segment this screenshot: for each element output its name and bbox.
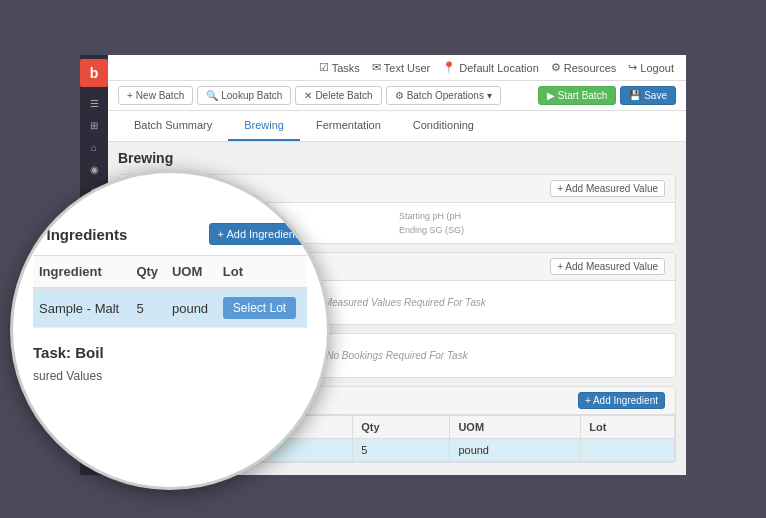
action-bar: + New Batch 🔍 Lookup Batch ✕ Delete Batc… [108, 81, 686, 111]
logout-icon: ↪ [628, 61, 637, 74]
add-measured-value-button-1[interactable]: + Add Measured Value [550, 180, 665, 197]
mag-ingredient-name: Sample - Malt [33, 288, 130, 328]
top-nav: ☑ Tasks ✉ Text User 📍 Default Location ⚙… [108, 55, 686, 81]
start-batch-button[interactable]: ▶ Start Batch [538, 86, 616, 105]
save-icon: 💾 [629, 90, 641, 101]
ingredient-uom-cell: pound [450, 439, 581, 462]
mag-col-lot: Lot [217, 256, 307, 289]
mag-ingredients-table: Ingredient Qty UOM Lot Sample - Malt 5 p… [33, 255, 307, 328]
sidebar-item-dashboard[interactable]: ⊞ [82, 115, 106, 135]
mag-col-qty: Qty [130, 256, 166, 289]
text-user-nav[interactable]: ✉ Text User [372, 61, 430, 74]
tasks-icon: ☑ [319, 61, 329, 74]
select-lot-button[interactable]: Select Lot [223, 297, 296, 319]
mag-ingredient-icon: ● [33, 226, 41, 242]
sidebar-item-menu[interactable]: ☰ [82, 93, 106, 113]
search-icon: 🔍 [206, 90, 218, 101]
mag-table-row: Sample - Malt 5 pound Select Lot [33, 288, 307, 328]
add-measured-value-button-2[interactable]: + Add Measured Value [550, 258, 665, 275]
plus-icon: + [127, 90, 133, 101]
tab-brewing[interactable]: Brewing [228, 111, 300, 141]
mag-ingredient-qty: 5 [130, 288, 166, 328]
starting-ph-label: Starting pH (pH [399, 211, 665, 221]
tab-batch-summary[interactable]: Batch Summary [118, 111, 228, 141]
ending-sg-label: Ending SG (SG) [399, 225, 665, 235]
ingredient-qty-cell: 5 [353, 439, 450, 462]
sidebar-item-home[interactable]: ⌂ [82, 137, 106, 157]
save-button[interactable]: 💾 Save [620, 86, 676, 105]
page-title: Brewing [118, 150, 676, 166]
mag-task-boil-title: Task: Boil [33, 344, 307, 361]
mag-col-ingredient: Ingredient [33, 256, 130, 289]
trash-icon: ✕ [304, 90, 312, 101]
batch-operations-button[interactable]: ⚙ Batch Operations ▾ [386, 86, 501, 105]
app-logo[interactable]: b [80, 59, 108, 87]
col-qty: Qty [353, 416, 450, 439]
mag-ingredients-header: ● Ingredients + Add Ingredient [33, 193, 307, 245]
mag-measured-values-label: sured Values [33, 369, 307, 383]
starting-ph-field: Starting pH (pH [399, 211, 665, 221]
gear-icon: ⚙ [395, 90, 404, 101]
tab-bar: Batch Summary Brewing Fermentation Condi… [108, 111, 686, 142]
ingredient-lot-cell [581, 439, 675, 462]
ending-sg-field: Ending SG (SG) [399, 225, 665, 235]
mag-ingredient-uom: pound [166, 288, 217, 328]
action-bar-right: ▶ Start Batch 💾 Save [538, 86, 676, 105]
mag-add-ingredient-button[interactable]: + Add Ingredient [209, 223, 307, 245]
play-icon: ▶ [547, 90, 555, 101]
action-bar-left: + New Batch 🔍 Lookup Batch ✕ Delete Batc… [118, 86, 501, 105]
magnifier-overlay: ● Ingredients + Add Ingredient Ingredien… [10, 170, 330, 490]
col-lot: Lot [581, 416, 675, 439]
resources-icon: ⚙ [551, 61, 561, 74]
mag-lot-cell: Select Lot [217, 288, 307, 328]
text-user-icon: ✉ [372, 61, 381, 74]
tasks-nav[interactable]: ☑ Tasks [319, 61, 360, 74]
col-uom: UOM [450, 416, 581, 439]
dropdown-icon: ▾ [487, 90, 492, 101]
mag-ingredients-title: ● Ingredients [33, 226, 127, 243]
lookup-batch-button[interactable]: 🔍 Lookup Batch [197, 86, 291, 105]
resources-nav[interactable]: ⚙ Resources [551, 61, 617, 74]
delete-batch-button[interactable]: ✕ Delete Batch [295, 86, 381, 105]
default-location-nav[interactable]: 📍 Default Location [442, 61, 539, 74]
add-ingredient-button[interactable]: + Add Ingredient [578, 392, 665, 409]
tab-conditioning[interactable]: Conditioning [397, 111, 490, 141]
location-icon: 📍 [442, 61, 456, 74]
new-batch-button[interactable]: + New Batch [118, 86, 193, 105]
magnifier-content: ● Ingredients + Add Ingredient Ingredien… [13, 173, 327, 487]
tab-fermentation[interactable]: Fermentation [300, 111, 397, 141]
mag-col-uom: UOM [166, 256, 217, 289]
logout-nav[interactable]: ↪ Logout [628, 61, 674, 74]
